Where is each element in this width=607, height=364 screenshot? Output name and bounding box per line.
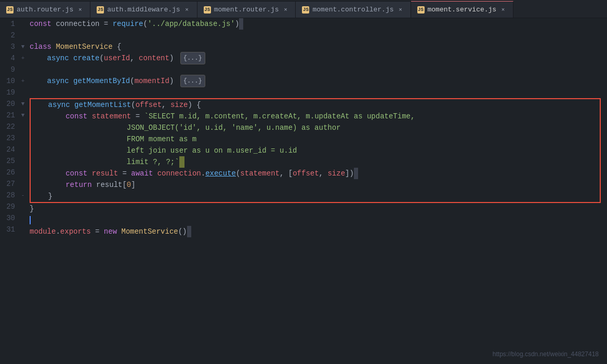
- code-line-29: }: [30, 203, 607, 214]
- line-num-31: 31: [0, 224, 18, 235]
- tab-auth-middleware[interactable]: JS auth.middleware.js ×: [90, 1, 197, 18]
- code-line-4: async create(userId, content) {...}: [30, 52, 607, 64]
- line-num-2: 2: [0, 30, 18, 41]
- tab-moment-service[interactable]: JS moment.service.js ×: [411, 1, 514, 18]
- tab-close-moment-router[interactable]: ×: [282, 6, 289, 14]
- line-num-26: 26: [0, 167, 18, 178]
- gutter-row-3: 3 ▼: [0, 41, 28, 52]
- code-line-26: const result = await connection.execute(…: [31, 168, 600, 179]
- tab-label-moment-router: moment.router.js: [214, 6, 279, 14]
- code-line-21: const statement = `SELECT m.id, m.conten…: [31, 111, 600, 122]
- line-num-28: 28: [0, 190, 18, 201]
- code-line-1: const connection = require('../app/datab…: [30, 18, 607, 30]
- line-num-20: 20: [0, 98, 18, 110]
- line-num-30: 30: [0, 212, 18, 224]
- line-num-29: 29: [0, 201, 18, 212]
- tab-label-moment-controller: moment.controller.js: [312, 6, 393, 14]
- code-line-3: class MomentService {: [30, 41, 607, 52]
- gutter-row-22: 22: [0, 121, 28, 132]
- line-num-22: 22: [0, 121, 18, 132]
- tab-label-auth-middleware: auth.middleware.js: [107, 6, 180, 14]
- line-num-3: 3: [0, 41, 18, 52]
- line-num-9: 9: [0, 64, 18, 75]
- line-num-21: 21: [0, 110, 18, 121]
- tab-icon-moment-router: JS: [204, 6, 211, 14]
- code-line-9: [30, 64, 607, 75]
- gutter-row-28: 28 -: [0, 190, 28, 201]
- fold-21: ▼: [18, 112, 28, 118]
- code-line-24: left join user as u on m.user_id = u.id: [31, 145, 600, 156]
- tab-icon-auth-router: JS: [6, 6, 14, 14]
- fold-4: +: [18, 55, 28, 61]
- line-num-23: 23: [0, 132, 18, 144]
- code-line-2: [30, 30, 607, 41]
- gutter-row-27: 27: [0, 178, 28, 190]
- highlight-block: async getMomentList(offset, size) { cons…: [30, 98, 601, 203]
- gutter-row-31: 31: [0, 224, 28, 235]
- code-line-23: FROM moment as m: [31, 133, 600, 145]
- code-area[interactable]: 1 2 3 ▼ 4 + 9: [0, 18, 607, 364]
- tab-close-moment-service[interactable]: ×: [499, 6, 507, 14]
- tab-close-auth-middleware[interactable]: ×: [183, 6, 191, 14]
- gutter-row-4: 4 +: [0, 52, 28, 64]
- line-num-25: 25: [0, 155, 18, 167]
- gutter-row-19: 19: [0, 87, 28, 98]
- fold-20: ▼: [18, 101, 28, 107]
- fold-28: -: [18, 192, 28, 198]
- watermark: https://blog.csdn.net/weixin_44827418: [493, 350, 599, 358]
- gutter-row-20: 20 ▼: [0, 98, 28, 110]
- gutter-row-29: 29: [0, 201, 28, 212]
- gutter-row-2: 2: [0, 30, 28, 41]
- line-gutter: 1 2 3 ▼ 4 + 9: [0, 18, 28, 364]
- code-line-28: }: [31, 191, 600, 202]
- gutter-row-1: 1: [0, 18, 28, 30]
- tab-label-auth-router: auth.router.js: [17, 6, 73, 14]
- code-line-31: module.exports = new MomentService(): [30, 226, 607, 237]
- line-num-24: 24: [0, 144, 18, 155]
- tab-icon-moment-controller: JS: [302, 6, 309, 14]
- fold-10: +: [18, 78, 28, 84]
- tab-moment-router[interactable]: JS moment.router.js ×: [197, 1, 296, 18]
- tab-moment-controller[interactable]: JS moment.controller.js ×: [296, 1, 411, 18]
- code-line-10: async getMomentById(momentId) {...}: [30, 75, 607, 87]
- line-num-27: 27: [0, 178, 18, 190]
- fold-3: ▼: [18, 44, 28, 50]
- gutter-row-21: 21 ▼: [0, 110, 28, 121]
- line-num-1: 1: [0, 18, 18, 30]
- tab-auth-router[interactable]: JS auth.router.js ×: [0, 1, 90, 18]
- tab-bar: JS auth.router.js × JS auth.middleware.j…: [0, 0, 607, 18]
- code-line-19: [30, 87, 607, 98]
- line-num-10: 10: [0, 75, 18, 87]
- gutter-row-26: 26: [0, 167, 28, 178]
- tab-label-moment-service: moment.service.js: [428, 6, 497, 14]
- code-line-20: async getMomentList(offset, size) {: [31, 99, 600, 111]
- gutter-row-25: 25: [0, 155, 28, 167]
- code-line-22: JSON_OBJECT('id', u.id, 'name', u.name) …: [31, 122, 600, 133]
- code-line-27: return result[0]: [31, 179, 600, 191]
- gutter-row-10: 10 +: [0, 75, 28, 87]
- line-num-19: 19: [0, 87, 18, 98]
- line-num-4: 4: [0, 52, 18, 64]
- gutter-row-24: 24: [0, 144, 28, 155]
- gutter-row-9: 9: [0, 64, 28, 75]
- gutter-row-23: 23: [0, 132, 28, 144]
- tab-icon-auth-middleware: JS: [97, 6, 104, 14]
- code-line-30: [30, 214, 607, 226]
- tab-close-auth-router[interactable]: ×: [76, 6, 84, 14]
- gutter-row-30: 30: [0, 212, 28, 224]
- code-line-25: limit ?, ?;`: [31, 156, 600, 168]
- tab-icon-moment-service: JS: [417, 6, 425, 14]
- code-content[interactable]: const connection = require('../app/datab…: [28, 18, 607, 364]
- tab-close-moment-controller[interactable]: ×: [397, 6, 404, 14]
- editor: 1 2 3 ▼ 4 + 9: [0, 18, 607, 364]
